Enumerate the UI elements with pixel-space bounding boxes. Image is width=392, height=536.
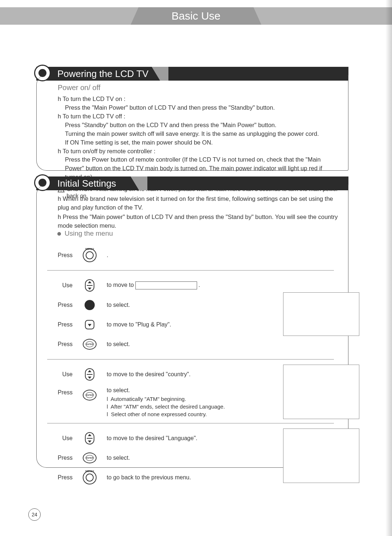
updown-button-icon	[82, 278, 97, 293]
enter-button-icon: ENTER	[82, 388, 97, 402]
page-edge-shadow	[385, 0, 392, 536]
power-item-1: h To turn the LCD TV on : Press the "Mai…	[58, 95, 340, 112]
menu-button-icon: MENU	[82, 470, 97, 485]
using-the-menu-head: Using the menu	[57, 230, 334, 237]
action-label: Press	[47, 387, 80, 396]
menu-group-2: Use to move to. Press to select. Press t…	[47, 270, 334, 359]
page-title-tab: Basic Use	[131, 7, 261, 25]
down-button-icon	[82, 317, 97, 332]
action-label: Press	[47, 455, 80, 461]
action-label: Use	[47, 371, 80, 378]
power-item-1-head: h To turn the LCD TV on :	[58, 95, 340, 103]
initial-intro-1: h When the brand new television set it t…	[58, 195, 340, 212]
page-number: 24	[28, 508, 41, 521]
updown-button-icon	[82, 431, 97, 446]
row-desc: to select.	[99, 341, 334, 348]
menu-row: Press MENU .	[47, 245, 334, 265]
action-label: Use	[47, 435, 80, 442]
using-the-menu: Using the menu Press MENU . Use to move …	[47, 230, 334, 492]
action-label: Press	[47, 302, 80, 308]
solid-button-icon	[82, 298, 97, 312]
blank-field	[135, 281, 197, 289]
power-item-1-body: Press the "Main Power" button of LCD TV …	[58, 103, 340, 112]
osd-thumbnail	[283, 429, 359, 483]
power-item-3-head: h To turn on/off by remote controller :	[58, 147, 340, 156]
row-desc: to move to.	[99, 281, 334, 289]
action-label: Press	[47, 252, 80, 259]
power-item-2: h To turn the LCD TV off : Press "Standb…	[58, 112, 340, 147]
bullet-icon	[57, 232, 61, 236]
initial-intro-2: h Press the "Main power" button of LCD T…	[58, 213, 340, 230]
updown-button-icon	[82, 367, 97, 382]
action-label: Press	[47, 474, 80, 481]
action-label: Use	[47, 282, 80, 289]
power-item-2-body: Press "Standby" button on the LCD TV and…	[58, 121, 340, 147]
subhead-power-onoff: Power on/ off	[58, 84, 340, 92]
panel-powering: Power on/ off h To turn the LCD TV on : …	[36, 75, 348, 171]
enter-button-icon: ENTER	[82, 451, 97, 465]
menu-button-icon: MENU	[82, 248, 97, 263]
menu-group-4: Use to move to the desired "Language". P…	[47, 423, 334, 492]
osd-thumbnail	[283, 365, 359, 419]
action-label: Press	[47, 321, 80, 328]
menu-row: Press ENTER to select.	[47, 334, 334, 354]
row-desc: .	[99, 252, 334, 259]
menu-group-1: Press MENU .	[47, 240, 334, 270]
page-title: Basic Use	[171, 10, 220, 22]
osd-thumbnail	[283, 292, 359, 336]
enter-button-icon: ENTER	[82, 337, 97, 352]
power-item-2-head: h To turn the LCD TV off :	[58, 112, 340, 121]
action-label: Press	[47, 341, 80, 348]
menu-group-3: Use to move to the desired "country". Pr…	[47, 359, 334, 423]
